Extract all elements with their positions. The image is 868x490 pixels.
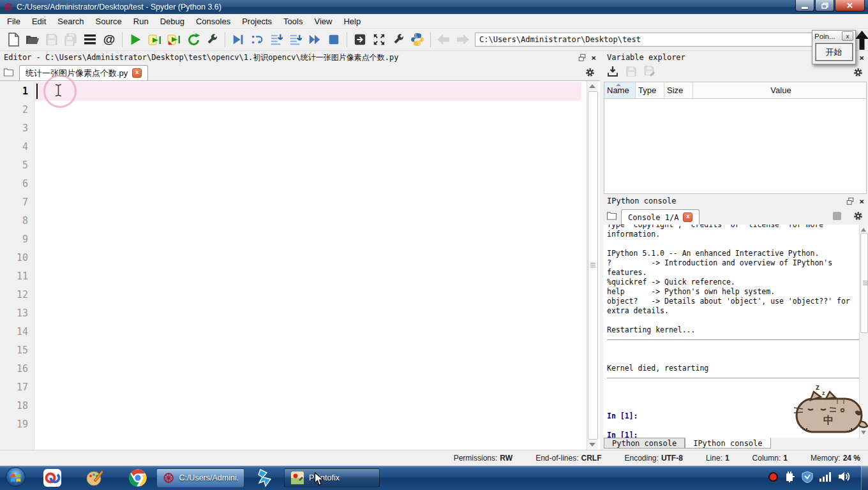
undock-icon[interactable] bbox=[578, 53, 587, 62]
open-file-icon[interactable] bbox=[24, 31, 41, 48]
run-configure-icon[interactable] bbox=[203, 31, 221, 48]
minimize-button[interactable] bbox=[795, 0, 814, 11]
console-gear-icon[interactable] bbox=[853, 211, 863, 223]
pointofix-close-icon[interactable]: x bbox=[842, 31, 853, 41]
safely-remove-hardware-icon[interactable] bbox=[785, 471, 795, 485]
console-line: ? -> Introduction and overview of IPytho… bbox=[607, 258, 868, 268]
scroll-up-arrow[interactable] bbox=[589, 84, 595, 88]
browser-swirl-icon[interactable] bbox=[253, 467, 278, 489]
forward-icon[interactable] bbox=[454, 31, 472, 48]
close-pane-icon[interactable]: × bbox=[591, 54, 596, 62]
tab-close-icon[interactable]: x bbox=[683, 212, 692, 222]
menu-item[interactable]: File bbox=[1, 15, 26, 28]
symbol-finder-icon[interactable]: @ bbox=[100, 31, 118, 48]
editor-pane-header: Editor - C:\Users\Administrator\Desktop\… bbox=[0, 51, 600, 64]
menu-item[interactable]: Consoles bbox=[190, 15, 236, 28]
editor-options-gear-icon[interactable] bbox=[585, 68, 595, 80]
volume-icon[interactable] bbox=[838, 471, 850, 484]
save-data-as-icon[interactable] bbox=[644, 66, 655, 79]
taskbar-pointofix-button[interactable]: Pointofix bbox=[284, 468, 380, 487]
status-line: Line:1 bbox=[706, 454, 730, 463]
scroll-down-arrow[interactable] bbox=[589, 443, 595, 447]
variable-explorer-title: Variable explorer bbox=[607, 53, 685, 62]
variable-explorer-gear-icon[interactable] bbox=[853, 68, 863, 80]
line-number: 11 bbox=[0, 267, 34, 286]
menu-item[interactable]: Edit bbox=[26, 15, 52, 28]
menu-item[interactable]: View bbox=[308, 15, 338, 28]
rerun-cell-icon[interactable] bbox=[184, 31, 202, 48]
console-line: Kernel died, restarting bbox=[607, 364, 868, 373]
tab-close-icon[interactable]: x bbox=[132, 68, 142, 78]
editor-file-tab[interactable]: 统计一张图片像素点个数.py x bbox=[19, 65, 148, 80]
back-icon[interactable] bbox=[435, 31, 453, 48]
menu-item[interactable]: Run bbox=[128, 15, 154, 28]
column-name[interactable]: Name bbox=[604, 82, 636, 98]
close-icon bbox=[846, 2, 853, 9]
spyder-app-icon bbox=[4, 3, 13, 11]
run-file-icon[interactable] bbox=[126, 31, 144, 48]
undock-icon[interactable] bbox=[846, 197, 855, 205]
record-indicator-icon[interactable] bbox=[768, 471, 779, 485]
paint-app-icon[interactable] bbox=[82, 467, 107, 489]
fullscreen-icon[interactable] bbox=[370, 31, 388, 48]
pointofix-titlebar[interactable]: Poin... x bbox=[812, 31, 855, 41]
browse-tabs-icon[interactable] bbox=[3, 67, 14, 80]
column-size[interactable]: Size bbox=[664, 82, 693, 98]
working-directory-input[interactable]: C:\Users\Administrator\Desktop\test bbox=[475, 33, 819, 47]
variable-explorer-toolbar bbox=[603, 64, 868, 81]
maximize-pane-icon[interactable] bbox=[351, 31, 369, 48]
menu-item[interactable]: Projects bbox=[236, 15, 278, 28]
interrupt-kernel-icon[interactable] bbox=[833, 212, 841, 220]
debug-step-return-icon[interactable] bbox=[287, 31, 304, 48]
security-shield-icon[interactable] bbox=[802, 471, 813, 486]
python-path-manager-icon[interactable] bbox=[408, 31, 426, 48]
debug-stop-icon[interactable] bbox=[325, 31, 343, 48]
menu-item[interactable]: Tools bbox=[278, 15, 308, 28]
tab-ipython-console[interactable]: IPython console bbox=[685, 438, 770, 449]
network-signal-icon[interactable] bbox=[819, 472, 832, 484]
menu-item[interactable]: Search bbox=[52, 15, 89, 28]
column-value[interactable]: Value bbox=[693, 82, 866, 98]
start-button[interactable] bbox=[5, 466, 26, 490]
menu-item[interactable]: Help bbox=[338, 15, 366, 28]
pointofix-start-button[interactable]: 开始 bbox=[816, 43, 853, 61]
menu-item[interactable]: Source bbox=[90, 15, 128, 28]
taskbar-spyder-button[interactable]: C:/Users/Admini... bbox=[156, 468, 244, 487]
save-icon[interactable] bbox=[43, 31, 61, 48]
line-number: 6 bbox=[0, 175, 34, 193]
preferences-wrench-icon[interactable] bbox=[389, 31, 407, 48]
close-pane-icon[interactable]: × bbox=[859, 54, 864, 62]
pinned-app-icon[interactable] bbox=[40, 467, 64, 489]
editor-vertical-scrollbar[interactable] bbox=[587, 81, 598, 450]
scrollbar-thumb[interactable] bbox=[588, 91, 598, 440]
menu-item[interactable]: Debug bbox=[154, 15, 190, 28]
save-data-icon[interactable] bbox=[626, 66, 636, 79]
save-all-icon[interactable] bbox=[62, 31, 80, 48]
browse-tabs-icon[interactable] bbox=[606, 211, 617, 223]
editor-content[interactable]: 12345678910111213141516171819 bbox=[0, 81, 600, 450]
debug-step-into-icon[interactable] bbox=[267, 31, 285, 48]
restore-button[interactable] bbox=[815, 0, 834, 11]
show-desktop-button[interactable] bbox=[861, 466, 868, 490]
scroll-up-arrow[interactable] bbox=[861, 228, 866, 232]
run-cell-icon[interactable] bbox=[146, 31, 163, 48]
scrollbar-thumb[interactable] bbox=[860, 233, 868, 333]
file-switcher-icon[interactable] bbox=[81, 31, 99, 48]
chrome-icon[interactable] bbox=[126, 467, 150, 489]
debug-step-icon[interactable] bbox=[248, 31, 266, 48]
close-pane-icon[interactable]: × bbox=[859, 197, 864, 205]
tab-python-console[interactable]: Python console bbox=[604, 438, 685, 449]
debug-file-icon[interactable] bbox=[229, 31, 247, 48]
run-cell-advance-icon[interactable] bbox=[165, 31, 183, 48]
close-button[interactable] bbox=[835, 0, 865, 11]
line-number: 9 bbox=[0, 230, 34, 249]
import-data-icon[interactable] bbox=[607, 66, 618, 80]
column-type[interactable]: Type bbox=[636, 82, 664, 98]
console-line: object? -> Details about 'object', use '… bbox=[607, 297, 868, 306]
mouse-cursor bbox=[314, 472, 324, 489]
new-file-icon[interactable] bbox=[4, 31, 22, 48]
console-tab[interactable]: Console 1/A x bbox=[621, 209, 700, 225]
debug-continue-icon[interactable] bbox=[306, 31, 324, 48]
console-line bbox=[607, 335, 868, 345]
console-tab-row: Console 1/A x bbox=[603, 207, 868, 225]
